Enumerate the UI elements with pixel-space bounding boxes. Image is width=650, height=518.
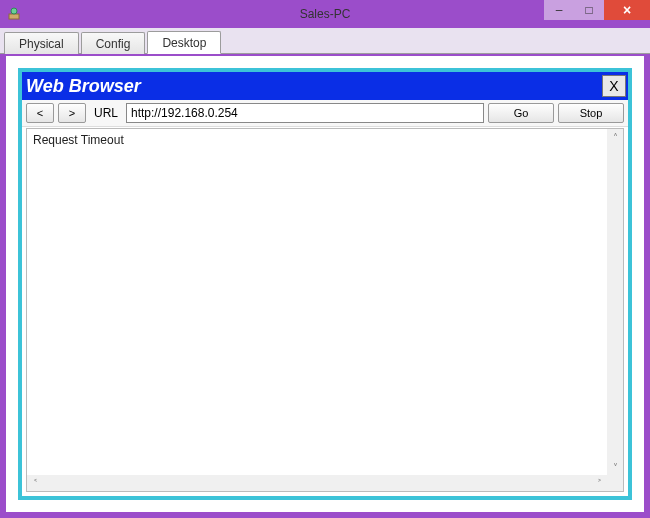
go-button[interactable]: Go bbox=[488, 103, 554, 123]
scroll-corner bbox=[607, 475, 623, 491]
tab-config[interactable]: Config bbox=[81, 32, 146, 54]
stop-button[interactable]: Stop bbox=[558, 103, 624, 123]
url-label: URL bbox=[90, 106, 122, 120]
browser-close-button[interactable]: X bbox=[602, 75, 626, 97]
svg-point-1 bbox=[11, 8, 17, 14]
tab-desktop[interactable]: Desktop bbox=[147, 31, 221, 54]
app-window: Sales-PC – □ × Physical Config Desktop W… bbox=[0, 0, 650, 518]
browser-viewport: Request Timeout ˄ ˅ ˂ ˃ bbox=[26, 128, 624, 492]
app-icon bbox=[6, 6, 22, 22]
tab-physical[interactable]: Physical bbox=[4, 32, 79, 54]
browser-title: Web Browser bbox=[26, 76, 141, 97]
desktop-app-frame: Web Browser X < > URL Go Stop Request Ti… bbox=[18, 68, 632, 500]
url-input[interactable] bbox=[126, 103, 484, 123]
browser-titlebar: Web Browser X bbox=[22, 72, 628, 100]
window-controls: – □ × bbox=[544, 0, 650, 20]
horizontal-scrollbar[interactable]: ˂ ˃ bbox=[27, 475, 607, 491]
scroll-up-icon[interactable]: ˄ bbox=[607, 129, 623, 145]
close-window-button[interactable]: × bbox=[604, 0, 650, 20]
back-button[interactable]: < bbox=[26, 103, 54, 123]
scroll-down-icon[interactable]: ˅ bbox=[607, 459, 623, 475]
tab-row: Physical Config Desktop bbox=[0, 28, 650, 54]
page-body: Request Timeout bbox=[27, 129, 607, 475]
browser-toolbar: < > URL Go Stop bbox=[22, 100, 628, 127]
forward-button[interactable]: > bbox=[58, 103, 86, 123]
client-area: Web Browser X < > URL Go Stop Request Ti… bbox=[6, 56, 644, 512]
vertical-scrollbar[interactable]: ˄ ˅ bbox=[607, 129, 623, 475]
maximize-button[interactable]: □ bbox=[574, 0, 604, 20]
minimize-button[interactable]: – bbox=[544, 0, 574, 20]
scroll-right-icon[interactable]: ˃ bbox=[591, 475, 607, 491]
titlebar: Sales-PC – □ × bbox=[0, 0, 650, 28]
svg-rect-0 bbox=[9, 14, 19, 19]
scroll-left-icon[interactable]: ˂ bbox=[27, 475, 43, 491]
